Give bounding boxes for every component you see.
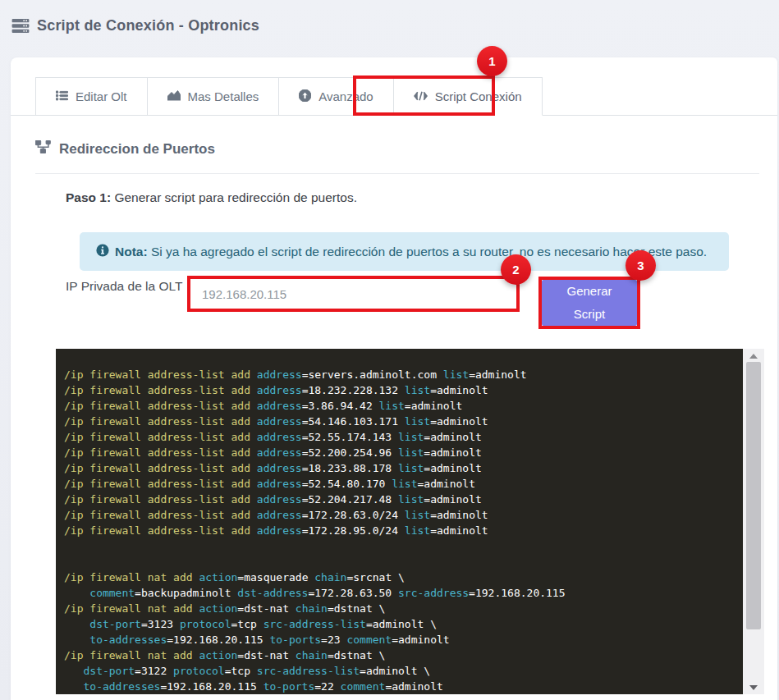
chart-area-icon	[167, 89, 181, 103]
note-content: Nota: Si ya ha agregado el script de red…	[115, 245, 707, 259]
section-title: Redireccion de Puertos	[35, 140, 215, 158]
project-diagram-icon	[35, 140, 51, 158]
note-text: Si ya ha agregado el script de redirecci…	[148, 245, 708, 258]
code-line: /ip firewall address-list add address=52…	[64, 429, 740, 445]
ip-field-label: IP Privada de la OLT	[66, 277, 189, 296]
code-line: /ip firewall nat add action=masquerade c…	[64, 570, 740, 585]
code-line: comment=backupadminolt dst-address=172.2…	[64, 585, 740, 601]
code-line: /ip firewall address-list add address=17…	[64, 507, 740, 523]
note-label: Nota:	[115, 245, 148, 258]
scrollbar-thumb[interactable]	[746, 362, 761, 629]
server-icon	[11, 19, 30, 33]
tab-label: Mas Detalles	[188, 89, 259, 103]
section-title-label: Redireccion de Puertos	[59, 141, 215, 158]
code-line: to-addresses=192.168.20.115 to-ports=23 …	[64, 632, 740, 647]
step-label: Paso 1:	[66, 190, 111, 204]
section-divider	[35, 173, 759, 174]
code-line: /ip firewall address-list add address=52…	[64, 492, 740, 507]
code-scrollbar[interactable]	[743, 349, 764, 694]
code-line: /ip firewall address-list add address=3.…	[64, 398, 740, 414]
annotation-badge-3: 3	[625, 250, 656, 281]
code-line: to-addresses=192.168.20.115 to-ports=22 …	[64, 679, 740, 694]
code-line	[64, 538, 740, 554]
scrollbar-down-arrow[interactable]	[743, 680, 764, 694]
ip-input[interactable]	[190, 279, 516, 309]
annotation-badge-1: 1	[477, 46, 507, 76]
script-output[interactable]: /ip firewall address-list add address=se…	[56, 349, 764, 694]
code-line: /ip firewall address-list add address=se…	[64, 367, 740, 382]
content-card: Editar Olt Mas Detalles Avanzado Script …	[11, 57, 777, 700]
code-line: /ip firewall address-list add address=52…	[64, 445, 740, 460]
scrollbar-up-arrow[interactable]	[743, 349, 764, 363]
code-line: dst-port=3123 protocol=tcp src-address-l…	[64, 616, 740, 632]
annotation-box-1	[353, 75, 495, 116]
annotation-box-3: Generar Script	[538, 277, 640, 329]
app-header: Script de Conexión - Optronics	[11, 17, 259, 34]
code-line	[64, 554, 740, 570]
generar-script-button[interactable]: Generar Script	[542, 280, 637, 326]
tab-label: Editar Olt	[76, 89, 127, 103]
step-text: Paso 1: Generar script para redirección …	[66, 190, 357, 205]
code-line: /ip firewall address-list add address=54…	[64, 414, 740, 429]
step-description: Generar script para redirección de puert…	[111, 190, 357, 204]
info-circle-icon	[96, 244, 109, 260]
code-line: /ip firewall address-list add address=17…	[64, 523, 740, 538]
code-line: /ip firewall address-list add address=52…	[64, 476, 740, 492]
arrow-circle-up-icon	[299, 89, 311, 104]
page: Script de Conexión - Optronics Editar Ol…	[0, 0, 779, 700]
script-code: /ip firewall address-list add address=se…	[64, 367, 740, 694]
code-line: /ip firewall address-list add address=18…	[64, 460, 740, 476]
list-icon	[56, 89, 68, 103]
code-line: /ip firewall nat add action=dst-nat chai…	[64, 647, 740, 663]
tab-editar-olt[interactable]: Editar Olt	[35, 77, 148, 116]
tab-mas-detalles[interactable]: Mas Detalles	[147, 77, 280, 116]
code-line: dst-port=3122 protocol=tcp src-address-l…	[64, 663, 740, 679]
page-title: Script de Conexión - Optronics	[37, 17, 259, 34]
annotation-badge-2: 2	[501, 254, 531, 285]
annotation-box-2	[187, 276, 520, 312]
code-line: /ip firewall address-list add address=18…	[64, 382, 740, 398]
code-line: /ip firewall nat add action=dst-nat chai…	[64, 601, 740, 616]
